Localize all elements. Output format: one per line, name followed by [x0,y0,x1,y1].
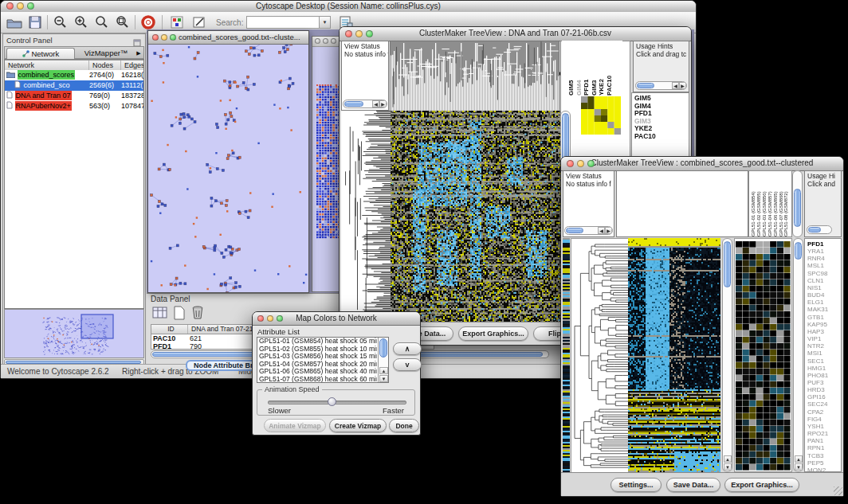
scroll-thumb[interactable] [794,189,801,227]
close-button[interactable] [152,34,159,41]
attribute-select-icon[interactable] [152,306,168,323]
tv2-heatmap-vscrollbar[interactable]: ▲ ▼ [722,238,732,472]
col-header-edges[interactable]: Edges [120,61,144,70]
zoom-fit-icon[interactable] [93,14,111,30]
search-input[interactable]: ▼ [246,16,331,29]
gene-label[interactable]: YRA1 [807,248,841,255]
gene-label[interactable]: KAP95 [807,321,841,328]
zoom-button[interactable] [27,2,34,10]
treeview2-title-bar[interactable]: ClusterMaker TreeView : combined_scores_… [561,157,843,171]
scroll-right-icon[interactable]: ▶ [679,82,686,89]
tab-vizmapper[interactable]: VizMapper™ [77,48,135,60]
speed-slider-thumb[interactable] [328,397,336,406]
tv2-global-strip-canvas[interactable] [563,238,570,472]
scroll-right-icon[interactable]: ▶ [605,227,612,234]
close-button[interactable] [345,30,352,37]
scroll-right-icon[interactable]: ▶ [379,100,387,107]
tv1-heatmap-canvas[interactable] [391,111,560,322]
resize-grip[interactable] [834,486,842,495]
gene-label[interactable]: MON2 [807,467,841,472]
gene-label[interactable]: MSL1 [807,262,841,269]
annotation-icon[interactable] [190,14,208,30]
gene-label[interactable]: HAP3 [807,328,841,335]
tv2-hints-hscrollbar[interactable] [807,225,832,234]
attribute-item[interactable]: GPL51-07 (GSM868) heat shock 60 min [257,376,377,383]
close-button[interactable] [315,38,320,44]
scroll-up-icon[interactable]: ▲ [795,455,803,463]
gene-label[interactable]: FIG4 [807,416,841,423]
scroll-up-icon[interactable]: ▲ [379,367,388,374]
scroll-left-icon[interactable]: ◀ [372,100,379,107]
table-row[interactable]: PAC10 621 [153,334,175,342]
gene-label[interactable]: YSH1 [807,423,841,430]
gene-label[interactable]: PFD1 [807,240,841,248]
gene-label[interactable]: HRD3 [807,386,841,393]
delete-attribute-icon[interactable] [191,305,205,323]
tv1-hints-hscrollbar[interactable]: ◀ ▶ [635,81,687,90]
minimize-button[interactable] [577,160,584,167]
scroll-left-icon[interactable]: ◀ [672,82,679,89]
gene-label[interactable]: GPI16 [807,393,841,400]
col-header-nodes[interactable]: Nodes [88,61,120,70]
gene-label[interactable]: MSI1 [807,350,841,357]
gene-label[interactable]: BUD4 [807,291,841,299]
tv2-status-hscrollbar[interactable]: ◀ ▶ [564,226,613,235]
close-button[interactable] [257,315,264,322]
gene-label[interactable]: SEC1 [807,357,841,365]
tv2-heatmap-canvas[interactable] [628,238,720,472]
scroll-down-icon[interactable]: ▼ [724,463,732,471]
close-button[interactable] [6,2,14,10]
gene-label[interactable]: PHO81 [807,372,841,379]
zoom-button[interactable] [331,38,336,44]
network-graph-canvas[interactable] [149,45,308,292]
tv1-column-dendrogram-canvas[interactable] [390,41,559,112]
main-title-bar[interactable]: Cytoscape Desktop (Session Name: collins… [1,1,696,13]
tv2-zoom-heatmap-canvas[interactable] [736,241,791,471]
gene-label[interactable]: GTB1 [807,314,841,321]
done-button[interactable]: Done [389,419,419,432]
scroll-down-icon[interactable]: ▼ [795,463,803,471]
treeview1-title-bar[interactable]: ClusterMaker TreeView : DNA and Tran 07-… [340,27,691,41]
gene-label[interactable]: ELG1 [807,299,841,306]
scroll-down-icon[interactable]: ▼ [379,375,388,382]
close-button[interactable] [567,160,574,167]
gene-label[interactable]: MAK31 [807,306,841,313]
gene-label[interactable]: CPA2 [807,408,841,416]
tv2-row-dendrogram-canvas[interactable] [571,238,629,474]
zoom-selected-icon[interactable] [114,14,132,30]
table-col-id[interactable]: ID [151,325,187,334]
correlation-matrix-canvas[interactable] [581,96,621,135]
network-row-selected[interactable]: combined_sco 2569(6) 13112(15) [5,80,143,91]
zoom-button[interactable] [587,160,595,167]
scroll-left-icon[interactable]: ◀ [598,227,605,234]
scroll-thumb[interactable] [566,228,583,233]
tv1-status-hscrollbar[interactable]: ◀ ▶ [343,100,387,108]
gene-label[interactable]: PEP5 [807,459,841,467]
gene-label[interactable]: RNR4 [807,255,841,262]
gene-label[interactable]: PAN1 [807,437,841,444]
tv2-genes-vscrollbar[interactable]: ▲ ▼ [793,238,803,472]
table-row[interactable]: PFD1 790 [153,342,171,350]
zoom-out-icon[interactable] [52,14,69,30]
network-row[interactable]: combined_scores 2764(0) 16218(0) [5,70,143,80]
network-row[interactable]: DNA and Tran 07 769(0) 183728(0) [5,91,143,101]
tv2-column-tree-panel[interactable] [616,170,748,237]
gene-label[interactable]: TCB3 [807,452,841,459]
network-overview-panel[interactable] [4,309,144,358]
export-graphics-button[interactable]: Export Graphics... [724,478,799,492]
gene-label[interactable]: RPO21 [807,430,841,437]
dialog-title-bar[interactable]: Map Colors to Network [253,312,420,326]
scroll-thumb[interactable] [379,338,387,357]
gene-label[interactable]: HMG1 [807,365,841,372]
speed-slider-track[interactable] [268,400,406,404]
export-graphics-button[interactable]: Export Graphics... [458,326,528,341]
tv2-labels-vscrollbar[interactable] [792,170,803,237]
scroll-thumb[interactable] [724,241,731,287]
save-data-button[interactable]: Save Data... [666,478,720,492]
tv1-row-dendrogram-canvas[interactable] [341,111,391,322]
animate-vizmap-button[interactable]: Animate Vizmap [264,419,326,432]
minimize-button[interactable] [355,30,363,37]
gene-label[interactable]: SEC24 [807,400,841,408]
minimize-button[interactable] [17,2,24,10]
minimize-button[interactable] [267,315,273,322]
